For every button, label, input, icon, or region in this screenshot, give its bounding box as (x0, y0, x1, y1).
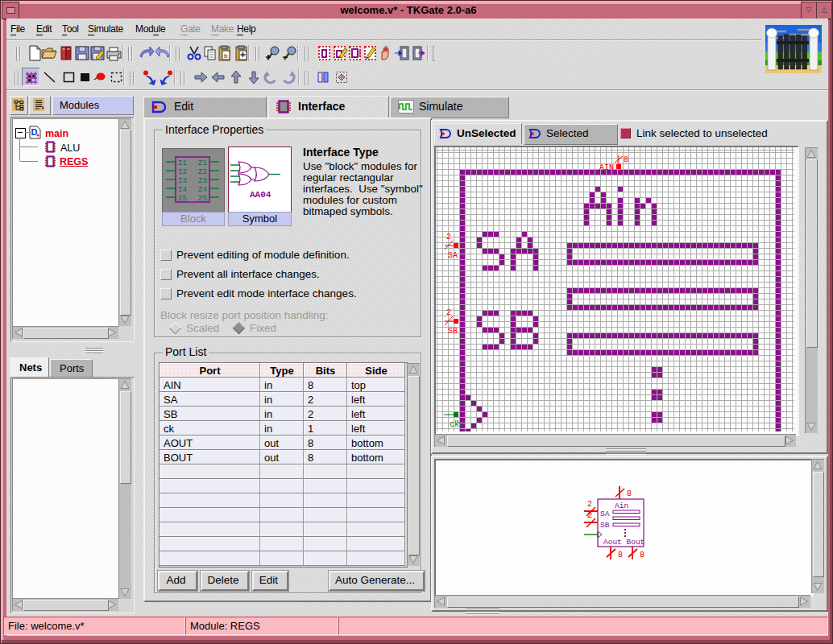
svg-text:SA: SA (600, 510, 610, 518)
svg-text:Aout Bout: Aout Bout (603, 538, 644, 547)
svg-text:SA: SA (448, 251, 458, 260)
svg-text:I1: I1 (178, 159, 187, 167)
svg-text:2: 2 (587, 500, 592, 509)
svg-text:D: D (31, 127, 38, 137)
svg-text:2: 2 (446, 233, 451, 242)
svg-text:8: 8 (618, 551, 623, 559)
svg-text:8: 8 (640, 551, 644, 559)
svg-text:Z4: Z4 (198, 186, 207, 194)
svg-text:I5: I5 (178, 195, 187, 203)
svg-text:SB: SB (448, 327, 458, 336)
svg-text:Ain: Ain (615, 502, 628, 510)
svg-text:I3: I3 (178, 177, 187, 185)
svg-text:I4: I4 (178, 186, 187, 194)
svg-text:Z1: Z1 (198, 159, 207, 167)
svg-text:8: 8 (627, 489, 632, 498)
svg-text:Z5: Z5 (198, 195, 207, 203)
svg-text:Z2: Z2 (198, 168, 207, 176)
svg-text:SB: SB (600, 521, 610, 530)
svg-text:AA04: AA04 (250, 190, 271, 200)
svg-text:Z3: Z3 (198, 177, 207, 185)
svg-text:b: b (224, 52, 228, 60)
svg-text:2: 2 (446, 308, 451, 317)
svg-text:2: 2 (587, 511, 592, 520)
svg-text:AIN: AIN (599, 163, 614, 172)
svg-text:8: 8 (624, 155, 628, 164)
svg-text:I2: I2 (178, 168, 187, 176)
